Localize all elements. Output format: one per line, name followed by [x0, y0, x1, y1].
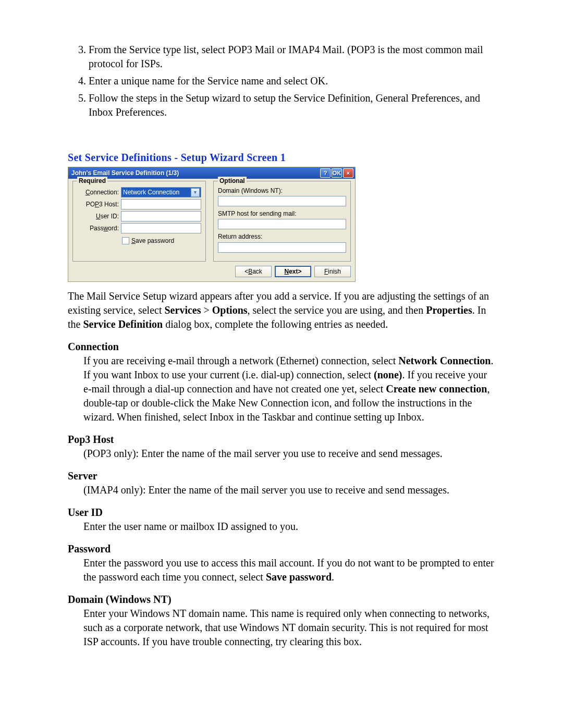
- return-input[interactable]: [218, 242, 346, 253]
- required-group: Required CConnection:onnection: Network …: [72, 181, 206, 262]
- paragraph-after-wizard: The Mail Service Setup wizard appears af…: [68, 289, 495, 331]
- def-server: Server (IMAP4 only): Enter the name of t…: [68, 469, 495, 497]
- def-title: Domain (Windows NT): [68, 593, 495, 607]
- list-item: From the Service type list, select POP3 …: [89, 43, 495, 71]
- back-button[interactable]: <Back: [235, 266, 272, 277]
- def-title: Password: [68, 542, 495, 556]
- domain-input[interactable]: [218, 196, 346, 206]
- def-userid: User ID Enter the user name or mailbox I…: [68, 505, 495, 534]
- def-body: If you are receiving e-mail through a ne…: [68, 354, 495, 424]
- chevron-down-icon: ▾: [191, 188, 200, 197]
- def-connection: Connection If you are receiving e-mail t…: [68, 340, 495, 424]
- close-button[interactable]: ×: [343, 168, 353, 178]
- optional-legend: Optional: [218, 177, 247, 185]
- ok-button[interactable]: OK: [332, 168, 342, 178]
- titlebar: John's Email Service Definition (1/3) ? …: [68, 167, 355, 179]
- def-title: Server: [68, 469, 495, 483]
- def-body: Enter the user name or mailbox ID assign…: [68, 520, 495, 534]
- section-heading: Set Service Definitions - Setup Wizard S…: [68, 151, 495, 165]
- def-domain: Domain (Windows NT) Enter your Windows N…: [68, 593, 495, 649]
- def-body: Enter your Windows NT domain name. This …: [68, 607, 495, 649]
- dialog-title: John's Email Service Definition (1/3): [71, 169, 179, 177]
- connection-value: Network Connection: [123, 188, 179, 196]
- wizard-dialog: John's Email Service Definition (1/3) ? …: [68, 167, 356, 282]
- pop3host-input[interactable]: [121, 199, 201, 209]
- connection-label: CConnection:onnection:: [77, 188, 121, 196]
- def-password: Password Enter the password you use to a…: [68, 542, 495, 584]
- button-bar: <Back Next> Finish: [68, 262, 355, 278]
- list-item: Follow the steps in the Setup wizard to …: [89, 91, 495, 119]
- smtp-input[interactable]: [218, 219, 346, 229]
- next-button[interactable]: Next>: [275, 266, 311, 277]
- optional-group: Optional Domain (Windows NT): SMTP host …: [213, 181, 351, 262]
- def-body: Enter the password you use to access thi…: [68, 556, 495, 584]
- list-item: Enter a unique name for the Service name…: [89, 74, 495, 88]
- domain-label: Domain (Windows NT):: [218, 187, 346, 195]
- pop3host-label: POP3 Host:: [77, 200, 121, 208]
- finish-button[interactable]: Finish: [314, 266, 351, 277]
- password-input[interactable]: [121, 223, 201, 233]
- save-password-label: Save password: [131, 237, 174, 245]
- def-body: (POP3 only): Enter the name of the mail …: [68, 447, 495, 461]
- userid-label: User ID:: [77, 212, 121, 220]
- def-title: Pop3 Host: [68, 433, 495, 447]
- instruction-list: From the Service type list, select POP3 …: [68, 43, 495, 119]
- def-title: User ID: [68, 505, 495, 520]
- def-title: Connection: [68, 340, 495, 354]
- def-pop3host: Pop3 Host (POP3 only): Enter the name of…: [68, 433, 495, 461]
- save-password-checkbox[interactable]: [122, 237, 129, 244]
- return-label: Return address:: [218, 232, 346, 241]
- help-button[interactable]: ?: [320, 168, 331, 178]
- required-legend: Required: [77, 177, 107, 185]
- def-body: (IMAP4 only): Enter the name of the mail…: [68, 483, 495, 497]
- userid-input[interactable]: [121, 211, 201, 221]
- password-label: Password:: [77, 224, 121, 232]
- connection-select[interactable]: Network Connection ▾: [121, 187, 201, 198]
- smtp-label: SMTP host for sending mail:: [218, 209, 346, 218]
